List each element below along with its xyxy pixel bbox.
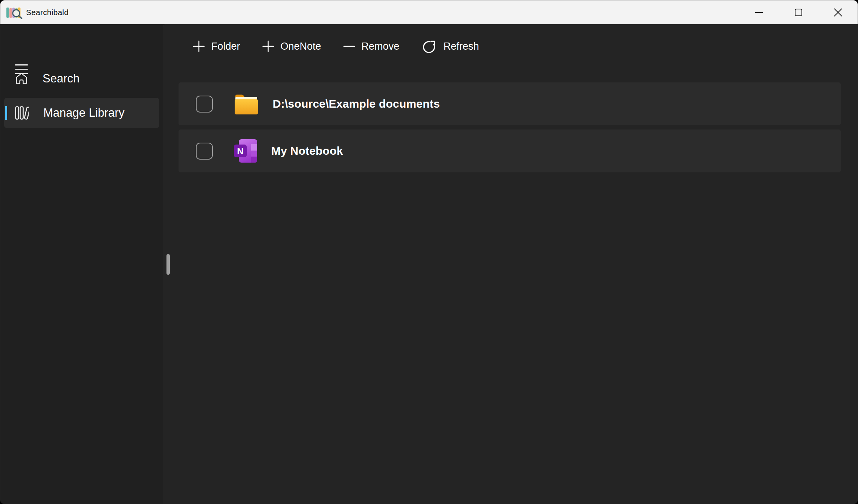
sidebar-nav: Search Manage Library [4, 64, 159, 132]
sidebar: Search Manage Library [0, 24, 163, 504]
titlebar: Searchibald [0, 0, 858, 24]
refresh-icon [421, 38, 437, 54]
app-window: Searchibald [0, 0, 858, 504]
folder-icon [234, 93, 259, 115]
toolbar-button-label: Refresh [443, 41, 479, 52]
maximize-icon [795, 9, 802, 16]
content-pane: Folder OneNote Remove Refresh [163, 24, 858, 504]
library-list: D:\source\Example documents [179, 82, 841, 172]
sidebar-item-label: Search [43, 72, 79, 85]
toolbar-button-label: Remove [362, 41, 400, 52]
pane-resize-handle[interactable] [166, 254, 170, 275]
maximize-button[interactable] [779, 0, 818, 24]
add-onenote-button[interactable]: OneNote [262, 40, 321, 52]
app-icon [6, 6, 24, 20]
refresh-button[interactable]: Refresh [421, 38, 479, 54]
main-area: Search Manage Library Folder [0, 24, 858, 504]
library-icon [15, 106, 29, 120]
minus-icon [343, 40, 355, 52]
svg-text:N: N [237, 146, 243, 156]
list-item-label: D:\source\Example documents [273, 97, 440, 110]
list-item-label: My Notebook [271, 145, 343, 157]
minimize-icon [755, 9, 763, 16]
row-checkbox[interactable] [196, 96, 213, 113]
sidebar-item-search[interactable]: Search [4, 64, 159, 94]
close-icon [834, 8, 842, 17]
sidebar-item-label: Manage Library [43, 106, 124, 120]
list-item-onenote[interactable]: N My Notebook [179, 129, 841, 172]
close-button[interactable] [818, 0, 858, 24]
list-item-folder[interactable]: D:\source\Example documents [179, 82, 841, 125]
home-icon [15, 72, 28, 85]
plus-icon [262, 40, 274, 52]
minimize-button[interactable] [739, 0, 779, 24]
toolbar-button-label: Folder [211, 41, 240, 52]
caption-buttons [739, 0, 858, 24]
toolbar-button-label: OneNote [281, 41, 321, 52]
plus-icon [193, 40, 205, 52]
window-title: Searchibald [26, 8, 69, 17]
add-folder-button[interactable]: Folder [193, 40, 240, 52]
selection-indicator [5, 106, 7, 120]
row-checkbox[interactable] [196, 143, 213, 160]
remove-button[interactable]: Remove [343, 40, 400, 52]
onenote-icon: N [234, 139, 257, 163]
sidebar-item-manage-library[interactable]: Manage Library [4, 98, 159, 128]
toolbar: Folder OneNote Remove Refresh [193, 34, 479, 58]
